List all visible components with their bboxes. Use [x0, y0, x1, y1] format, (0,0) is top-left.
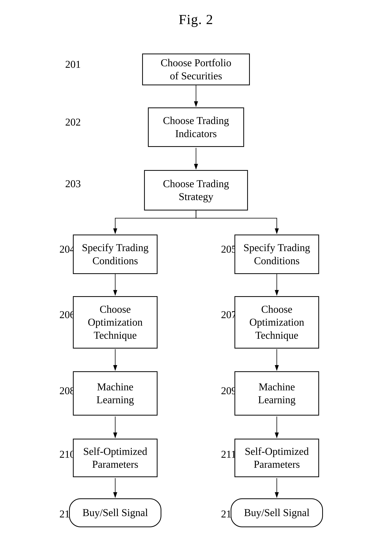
label-201: 201 — [65, 58, 81, 70]
box-208: MachineLearning — [73, 371, 157, 416]
label-204: 204 — [59, 243, 75, 255]
box-204-text: Specify TradingConditions — [82, 241, 149, 267]
label-205: 205 — [221, 243, 236, 255]
box-207: ChooseOptimizationTechnique — [235, 296, 319, 349]
box-202: Choose TradingIndicators — [148, 107, 244, 147]
box-206: ChooseOptimizationTechnique — [73, 296, 157, 349]
box-205: Specify TradingConditions — [235, 235, 319, 274]
label-206: 206 — [59, 309, 75, 321]
label-208: 208 — [59, 385, 75, 397]
figure-title: Fig. 2 — [15, 12, 377, 28]
box-212: Buy/Sell Signal — [69, 498, 161, 527]
box-209: MachineLearning — [235, 371, 319, 416]
box-211-text: Self-OptimizedParameters — [245, 445, 309, 471]
box-204: Specify TradingConditions — [73, 235, 157, 274]
box-210-text: Self-OptimizedParameters — [83, 445, 147, 471]
box-213: Buy/Sell Signal — [231, 498, 323, 527]
box-203: Choose TradingStrategy — [144, 170, 248, 210]
box-207-text: ChooseOptimizationTechnique — [249, 303, 304, 342]
box-203-text: Choose TradingStrategy — [163, 177, 229, 203]
box-205-text: Specify TradingConditions — [243, 241, 310, 267]
box-202-text: Choose TradingIndicators — [163, 114, 229, 140]
label-207: 207 — [221, 309, 236, 321]
box-206-text: ChooseOptimizationTechnique — [88, 303, 143, 342]
box-211: Self-OptimizedParameters — [235, 439, 319, 477]
flowchart: 201 Choose Portfolioof Securities 202 Ch… — [33, 43, 359, 524]
label-209: 209 — [221, 385, 236, 397]
box-209-text: MachineLearning — [258, 380, 296, 407]
page: Fig. 2 — [0, 0, 392, 544]
label-210: 210 — [59, 448, 75, 460]
label-203: 203 — [65, 178, 81, 190]
label-202: 202 — [65, 116, 81, 128]
box-210: Self-OptimizedParameters — [73, 439, 157, 477]
label-211: 211 — [221, 448, 236, 460]
box-212-text: Buy/Sell Signal — [82, 506, 148, 519]
box-201-text: Choose Portfolioof Securities — [161, 56, 231, 83]
box-208-text: MachineLearning — [97, 380, 134, 407]
box-213-text: Buy/Sell Signal — [244, 506, 310, 519]
box-201: Choose Portfolioof Securities — [142, 53, 250, 85]
